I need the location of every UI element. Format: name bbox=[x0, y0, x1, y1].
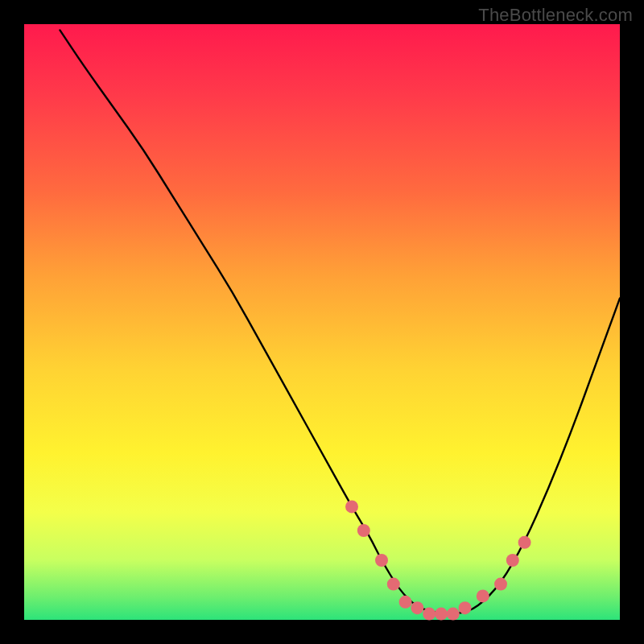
highlight-point bbox=[423, 608, 436, 621]
highlight-point bbox=[387, 578, 400, 591]
attribution-text: TheBottleneck.com bbox=[478, 5, 633, 26]
plot-area bbox=[24, 24, 620, 620]
curve-layer bbox=[24, 24, 620, 620]
bottleneck-curve bbox=[60, 30, 620, 613]
highlight-point bbox=[494, 578, 507, 591]
highlight-point bbox=[459, 601, 472, 614]
highlight-point bbox=[518, 536, 531, 549]
highlight-point bbox=[435, 608, 448, 621]
highlight-point bbox=[375, 554, 388, 567]
chart-frame: TheBottleneck.com bbox=[0, 0, 644, 644]
highlight-point bbox=[477, 589, 489, 602]
highlight-point bbox=[447, 608, 460, 621]
highlight-points bbox=[345, 500, 531, 620]
highlight-point bbox=[506, 554, 519, 567]
highlight-point bbox=[345, 500, 358, 513]
highlight-point bbox=[357, 524, 370, 537]
highlight-point bbox=[399, 596, 412, 609]
highlight-point bbox=[411, 601, 423, 614]
